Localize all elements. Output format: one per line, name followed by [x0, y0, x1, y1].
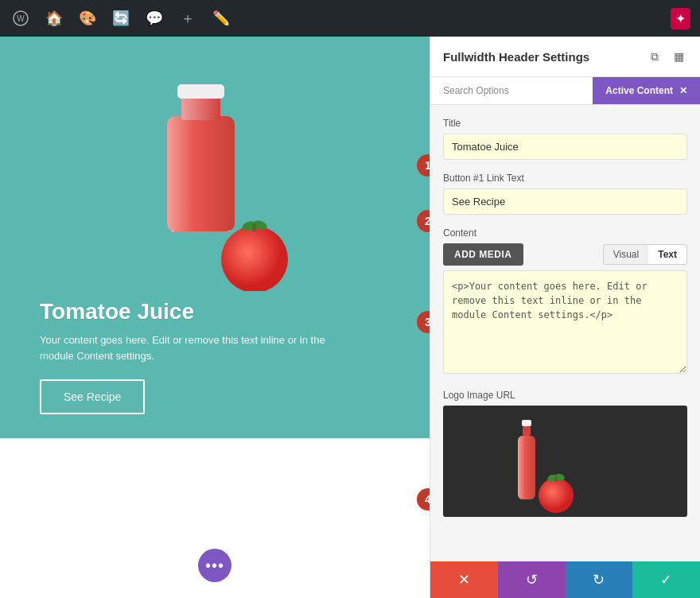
panel-header: Fullwidth Header Settings ⧉ ▦ [430, 37, 700, 77]
divi-star-icon[interactable]: ✦ [671, 8, 690, 29]
redo-icon: ↻ [593, 571, 605, 588]
panel-tabs: Search Options Active Content ✕ [430, 77, 700, 105]
svg-rect-16 [554, 476, 558, 482]
tab-active-content[interactable]: Active Content ✕ [593, 77, 700, 104]
svg-rect-9 [252, 223, 256, 231]
title-field-group: Title [443, 118, 687, 160]
toolbar: W 🏠 🎨 🔄 💬 ＋ ✏️ ✦ [0, 0, 700, 37]
content-textarea[interactable]: <p>Your content goes here. Edit or remov… [443, 270, 687, 374]
svg-text:W: W [17, 14, 25, 23]
undo-icon: ↺ [526, 571, 538, 588]
palette-icon[interactable]: 🎨 [76, 7, 99, 29]
home-icon[interactable]: 🏠 [43, 7, 65, 29]
svg-rect-11 [523, 426, 531, 436]
button-link-label: Button #1 Link Text [443, 173, 687, 184]
svg-point-13 [539, 478, 574, 513]
plus-icon[interactable]: ＋ [177, 7, 199, 29]
button-link-field-group: Button #1 Link Text [443, 173, 687, 215]
content-label: Content [443, 227, 687, 239]
editor-tabs: Visual Text [603, 244, 687, 265]
maximize-icon[interactable]: ⧉ [646, 48, 663, 65]
check-icon: ✓ [660, 571, 672, 588]
button-link-input[interactable] [443, 188, 687, 215]
visual-tab[interactable]: Visual [604, 245, 648, 264]
text-tab[interactable]: Text [648, 245, 686, 264]
redo-button[interactable]: ↻ [566, 561, 633, 598]
canvas-description: Your content goes here. Edit or remove t… [32, 332, 334, 363]
tab-search-options[interactable]: Search Options [430, 77, 593, 104]
cancel-button[interactable]: ✕ [430, 561, 498, 598]
title-input[interactable] [443, 134, 687, 160]
more-options-button[interactable]: ••• [198, 549, 231, 582]
svg-rect-12 [518, 436, 535, 499]
svg-point-6 [221, 226, 288, 291]
cancel-icon: ✕ [458, 571, 470, 588]
confirm-button[interactable]: ✓ [632, 561, 700, 598]
canvas-content: Tomatoe Juice Your content goes here. Ed… [0, 37, 430, 438]
refresh-icon[interactable]: 🔄 [110, 7, 132, 29]
canvas: Tomatoe Juice Your content goes here. Ed… [0, 37, 430, 598]
logo-image-box[interactable] [443, 406, 687, 517]
canvas-title: Tomatoe Juice [32, 299, 398, 324]
panel-title: Fullwidth Header Settings [443, 50, 589, 64]
add-media-button[interactable]: ADD MEDIA [443, 243, 523, 266]
tab-active-label: Active Content [605, 85, 673, 96]
pencil-icon[interactable]: ✏️ [210, 7, 232, 29]
see-recipe-button[interactable]: See Recipe [40, 379, 145, 414]
undo-button[interactable]: ↺ [498, 561, 566, 598]
content-field-group: Content ADD MEDIA Visual Text <p>Your co… [443, 227, 687, 377]
content-toolbar: ADD MEDIA Visual Text [443, 243, 687, 266]
panel-footer: ✕ ↺ ↻ ✓ [430, 561, 700, 598]
svg-rect-3 [167, 116, 235, 231]
svg-rect-5 [177, 84, 224, 99]
svg-rect-4 [181, 96, 220, 120]
logo-image-label: Logo Image URL [443, 390, 687, 401]
settings-panel: Fullwidth Header Settings ⧉ ▦ Search Opt… [430, 37, 700, 598]
juice-bottle-image [123, 68, 306, 291]
main-area: Tomatoe Juice Your content goes here. Ed… [0, 37, 700, 598]
svg-rect-10 [522, 420, 531, 426]
columns-icon[interactable]: ▦ [670, 48, 687, 65]
logo-preview-image [494, 408, 637, 515]
panel-header-icons: ⧉ ▦ [646, 48, 687, 65]
panel-body: Title Button #1 Link Text Content ADD ME… [430, 105, 700, 561]
logo-image-field-group: Logo Image URL [443, 390, 687, 517]
title-field-label: Title [443, 118, 687, 129]
comment-icon[interactable]: 💬 [143, 7, 165, 29]
tab-active-close[interactable]: ✕ [679, 85, 687, 96]
wordpress-icon[interactable]: W [10, 7, 32, 29]
